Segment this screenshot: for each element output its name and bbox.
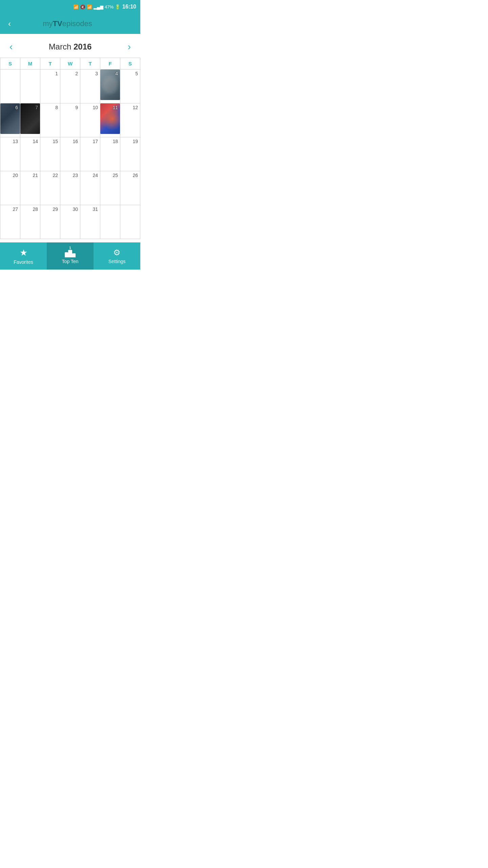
cell-mar-10[interactable]: 10	[80, 103, 100, 137]
nav-favorites[interactable]: Favorites	[0, 242, 47, 270]
cell-mar-1[interactable]: 1	[40, 70, 60, 103]
cell-mar-13[interactable]: 13	[0, 137, 20, 171]
cell-empty-3	[100, 205, 120, 239]
mute-icon: 🔇	[80, 4, 85, 9]
day-number: 21	[33, 173, 38, 178]
title-tv: TV	[53, 19, 62, 28]
week-row-4: 20 21 22 23 24 25 26	[0, 171, 140, 205]
nav-favorites-label: Favorites	[14, 259, 33, 265]
cell-mar-15[interactable]: 15	[40, 137, 60, 171]
cell-mar-5[interactable]: 5	[120, 70, 140, 103]
cell-empty-1[interactable]	[0, 70, 20, 103]
cell-mar-4[interactable]: 4	[100, 70, 120, 103]
cell-mar-11[interactable]: 11	[100, 103, 120, 137]
prev-month-icon: ‹	[9, 41, 13, 52]
nav-settings[interactable]: Settings	[94, 242, 140, 270]
cell-mar-8[interactable]: 8	[40, 103, 60, 137]
weekday-sun: S	[0, 58, 20, 70]
weekday-fri: F	[100, 58, 120, 70]
year-label: 2016	[74, 42, 92, 51]
day-number: 18	[113, 139, 118, 144]
cell-mar-3[interactable]: 3	[80, 70, 100, 103]
app-header: ‹ myTVepisodes	[0, 14, 140, 34]
nav-topten[interactable]: 1 Top Ten	[47, 242, 94, 270]
day-number: 6	[15, 105, 18, 110]
cell-mar-29[interactable]: 29	[40, 205, 60, 239]
title-my: my	[43, 19, 53, 28]
nav-topten-label: Top Ten	[62, 259, 79, 264]
signal-icon: ▂▄▆	[94, 4, 103, 9]
day-number: 7	[35, 105, 38, 110]
cell-mar-18[interactable]: 18	[100, 137, 120, 171]
cell-mar-9[interactable]: 9	[60, 103, 80, 137]
cell-empty-4	[120, 205, 140, 239]
week-row-1: 1 2 3 4 5	[0, 70, 140, 103]
cell-mar-20[interactable]: 20	[0, 171, 20, 205]
next-month-icon: ›	[128, 41, 131, 52]
cell-mar-16[interactable]: 16	[60, 137, 80, 171]
cell-mar-31[interactable]: 31	[80, 205, 100, 239]
app-title: myTVepisodes	[14, 19, 121, 28]
cell-mar-23[interactable]: 23	[60, 171, 80, 205]
day-number: 29	[53, 206, 58, 212]
weekday-sat: S	[120, 58, 140, 70]
cell-mar-27[interactable]: 27	[0, 205, 20, 239]
wifi-icon: 📶	[87, 4, 92, 9]
cell-mar-14[interactable]: 14	[20, 137, 40, 171]
status-bar: 📶 🔇 📶 ▂▄▆ 47% 🔋 16:10	[0, 0, 140, 14]
day-number: 19	[133, 139, 138, 144]
cell-mar-21[interactable]: 21	[20, 171, 40, 205]
day-number: 10	[93, 105, 98, 110]
day-number: 11	[113, 105, 118, 110]
status-time: 16:10	[122, 4, 136, 10]
day-number: 26	[133, 173, 138, 178]
weekday-mon: M	[20, 58, 40, 70]
prev-month-button[interactable]: ‹	[7, 42, 15, 52]
day-number: 27	[13, 206, 18, 212]
month-title: March 2016	[49, 42, 92, 52]
cell-mar-24[interactable]: 24	[80, 171, 100, 205]
next-month-button[interactable]: ›	[125, 42, 134, 52]
back-icon: ‹	[8, 19, 11, 28]
day-number: 9	[75, 105, 78, 110]
gear-icon	[113, 248, 121, 257]
month-label: March	[49, 42, 72, 51]
cell-mar-25[interactable]: 25	[100, 171, 120, 205]
back-button[interactable]: ‹	[5, 18, 14, 30]
cell-mar-19[interactable]: 19	[120, 137, 140, 171]
day-number: 3	[95, 71, 98, 76]
cell-empty-2[interactable]	[20, 70, 40, 103]
cell-mar-28[interactable]: 28	[20, 205, 40, 239]
weekday-header-row: S M T W T F S	[0, 58, 140, 70]
cell-mar-2[interactable]: 2	[60, 70, 80, 103]
day-number: 14	[33, 139, 38, 144]
day-number: 5	[135, 71, 138, 76]
month-nav: ‹ March 2016 ›	[0, 37, 140, 56]
title-episodes: episodes	[62, 19, 92, 28]
weekday-tue: T	[40, 58, 60, 70]
week-row-3: 13 14 15 16 17 18 19	[0, 137, 140, 171]
cell-mar-17[interactable]: 17	[80, 137, 100, 171]
battery-label: 47%	[105, 4, 114, 9]
calendar-container: ‹ March 2016 › S M T W T F S	[0, 34, 140, 242]
day-number: 30	[73, 206, 78, 212]
podium-icon: 1	[64, 248, 76, 257]
week-row-5: 27 28 29 30 31	[0, 205, 140, 239]
day-number: 17	[93, 139, 98, 144]
day-number: 8	[55, 105, 58, 110]
cell-mar-12[interactable]: 12	[120, 103, 140, 137]
day-number: 12	[133, 105, 138, 110]
weekday-thu: T	[80, 58, 100, 70]
nav-settings-label: Settings	[108, 259, 126, 264]
cell-mar-6[interactable]: 6	[0, 103, 20, 137]
day-number: 4	[115, 71, 118, 76]
cell-mar-26[interactable]: 26	[120, 171, 140, 205]
day-number: 1	[55, 71, 58, 76]
cell-mar-22[interactable]: 22	[40, 171, 60, 205]
cell-mar-30[interactable]: 30	[60, 205, 80, 239]
day-number: 24	[93, 173, 98, 178]
day-number: 23	[73, 173, 78, 178]
day-number: 2	[75, 71, 78, 76]
cell-mar-7[interactable]: 7	[20, 103, 40, 137]
bluetooth-icon: 📶	[73, 4, 79, 9]
